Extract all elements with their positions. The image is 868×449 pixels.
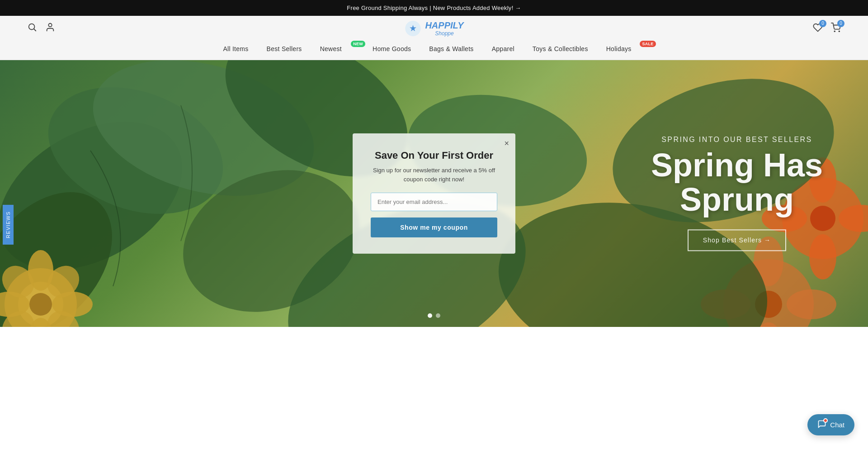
wishlist-count: 0 bbox=[819, 20, 826, 27]
main-nav: All Items Best Sellers Newest NEW Home G… bbox=[0, 41, 868, 60]
popup-title: Save On Your First Order bbox=[371, 150, 497, 161]
nav-item-apparel[interactable]: Apparel bbox=[492, 45, 514, 52]
logo-text-block: HAPPILY Shoppe bbox=[425, 20, 463, 37]
announcement-text: Free Ground Shipping Always | New Produc… bbox=[347, 5, 521, 11]
search-icon[interactable] bbox=[27, 22, 37, 34]
nav-item-toys-collectibles[interactable]: Toys & Collectibles bbox=[533, 45, 588, 52]
cart-button[interactable]: 0 bbox=[831, 23, 841, 34]
account-icon[interactable] bbox=[45, 22, 55, 34]
svg-point-5 bbox=[834, 31, 835, 32]
popup-submit-button[interactable]: Show me my coupon bbox=[371, 217, 497, 237]
header: ★ HAPPILY Shoppe 0 0 bbox=[0, 16, 868, 41]
logo-main: HAPPILY bbox=[425, 20, 463, 30]
site-logo[interactable]: ★ HAPPILY Shoppe bbox=[404, 20, 463, 37]
popup-close-button[interactable]: × bbox=[504, 139, 509, 148]
reviews-tab[interactable]: REVIEWS bbox=[3, 205, 14, 245]
svg-text:★: ★ bbox=[409, 23, 417, 33]
newest-badge: NEW bbox=[351, 41, 365, 47]
hero-section: Spring into our best sellers Spring Has … bbox=[0, 60, 868, 327]
nav-item-holidays[interactable]: Holidays SALE bbox=[606, 45, 645, 52]
wishlist-button[interactable]: 0 bbox=[813, 23, 823, 34]
popup-overlay: × Save On Your First Order Sign up for o… bbox=[0, 60, 868, 327]
email-input[interactable] bbox=[371, 193, 497, 211]
logo-sub: Shoppe bbox=[425, 30, 463, 37]
announcement-bar: Free Ground Shipping Always | New Produc… bbox=[0, 0, 868, 16]
svg-point-0 bbox=[29, 24, 35, 30]
email-popup: × Save On Your First Order Sign up for o… bbox=[353, 133, 515, 254]
svg-point-2 bbox=[48, 24, 52, 27]
nav-item-best-sellers[interactable]: Best Sellers bbox=[267, 45, 302, 52]
nav-item-all-items[interactable]: All Items bbox=[223, 45, 248, 52]
logo-icon: ★ bbox=[404, 20, 421, 37]
nav-item-home-goods[interactable]: Home Goods bbox=[373, 45, 411, 52]
svg-point-6 bbox=[839, 31, 840, 32]
nav-item-newest[interactable]: Newest NEW bbox=[320, 45, 354, 52]
nav-item-bags-wallets[interactable]: Bags & Wallets bbox=[429, 45, 473, 52]
holidays-badge: SALE bbox=[640, 41, 656, 47]
svg-line-1 bbox=[34, 29, 36, 31]
popup-description: Sign up for our newsletter and receive a… bbox=[371, 166, 497, 184]
header-right-icons: 0 0 bbox=[813, 23, 841, 34]
header-left-icons bbox=[27, 22, 55, 34]
cart-count: 0 bbox=[837, 20, 844, 27]
